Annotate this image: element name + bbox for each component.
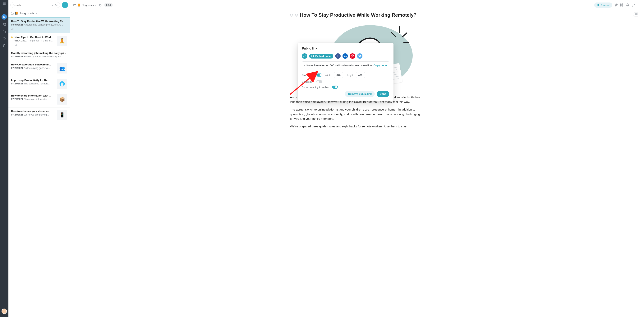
- expand-icon[interactable]: [631, 4, 635, 7]
- svg-point-10: [16, 44, 17, 45]
- notes-list-panel: 📙 Blog posts ▾ How To Stay Productive Wh…: [8, 0, 70, 317]
- trash-icon[interactable]: [2, 44, 6, 47]
- new-note-button[interactable]: [62, 2, 68, 8]
- folder-outline-icon: [73, 4, 76, 6]
- breadcrumb[interactable]: 📙 Blog posts ▾: [73, 4, 96, 7]
- status-circle-icon[interactable]: [290, 14, 293, 17]
- svg-point-23: [290, 14, 293, 16]
- tag-chip[interactable]: blog: [104, 3, 113, 7]
- emoji-picker-icon[interactable]: [295, 14, 298, 17]
- height-input[interactable]: 400: [356, 72, 365, 78]
- nav-rail: D: [0, 0, 8, 317]
- bell-icon[interactable]: [626, 4, 630, 7]
- embed-code-field[interactable]: <iframe frameborder="0" webkitallowfulls…: [302, 61, 389, 69]
- paragraph: We've prepared three golden rules and ei…: [290, 124, 424, 129]
- facebook-share-button[interactable]: [335, 53, 340, 59]
- svg-point-5: [56, 4, 57, 6]
- show-branding-label: Show branding in embed: [302, 86, 330, 89]
- note-title: Morally rewarding job: making the daily …: [11, 52, 67, 55]
- embed-code-tab[interactable]: Embed code: [309, 54, 333, 59]
- fixed-size-toggle[interactable]: [316, 74, 322, 77]
- note-meta: 07/27/2021The pandemic has forc...: [11, 82, 55, 85]
- svg-rect-27: [344, 56, 344, 57]
- svg-rect-1: [4, 24, 6, 24]
- fixed-size-label: Fixed size: [302, 74, 314, 77]
- copy-code-button[interactable]: Copy code: [374, 64, 387, 67]
- folder-icon[interactable]: [2, 30, 6, 33]
- widgets-icon[interactable]: [620, 4, 624, 7]
- doc-menu-button[interactable]: [633, 12, 640, 17]
- paragraph: The abrupt switch to online platforms an…: [290, 107, 424, 121]
- linkedin-share-button[interactable]: [342, 53, 348, 59]
- svg-point-6: [12, 29, 12, 30]
- note-meta: 08/04/2021According to various pre-2020 …: [11, 24, 67, 26]
- note-title: Improving Productivity for Re...: [11, 79, 55, 82]
- svg-point-8: [13, 30, 13, 30]
- note-card[interactable]: How to enhance your visual co... 07/27/2…: [8, 107, 70, 123]
- shared-button[interactable]: Shared: [594, 3, 612, 8]
- note-title: How To Stay Productive While Working Re.…: [11, 20, 67, 23]
- svg-point-9: [15, 45, 16, 46]
- note-card[interactable]: Morally rewarding job: making the daily …: [8, 49, 70, 61]
- show-branding-toggle[interactable]: [332, 86, 338, 89]
- tag-icon[interactable]: [2, 37, 6, 40]
- menu-icon[interactable]: [2, 2, 6, 5]
- notes-list: How To Stay Productive While Working Re.…: [8, 17, 70, 317]
- note-card[interactable]: How To Stay Productive While Working Re.…: [8, 17, 70, 33]
- note-card[interactable]: How to share information with ... 07/27/…: [8, 92, 70, 107]
- note-thumbnail: 🌐: [57, 79, 67, 89]
- svg-point-12: [99, 4, 100, 5]
- document-title[interactable]: How To Stay Productive While Working Rem…: [300, 12, 416, 18]
- filter-icon[interactable]: [51, 4, 54, 6]
- breadcrumb-folder: Blog posts: [82, 4, 94, 7]
- copy-link-button[interactable]: [302, 53, 307, 59]
- folder-emoji-icon: 📙: [77, 4, 80, 7]
- svg-rect-2: [3, 25, 4, 26]
- folder-emoji-icon: 📙: [15, 12, 18, 15]
- note-title: How to share information with ...: [11, 94, 55, 97]
- remove-public-link-button[interactable]: Remove public link: [345, 91, 375, 97]
- note-card[interactable]: How Collaboration Software Im... 07/27/2…: [8, 61, 70, 76]
- svg-point-22: [640, 5, 640, 5]
- user-avatar[interactable]: [2, 308, 7, 314]
- note-thumbnail: 📦: [57, 94, 67, 105]
- enable-password-toggle[interactable]: [316, 80, 322, 83]
- svg-point-20: [638, 5, 638, 5]
- height-label: Height: [346, 74, 353, 77]
- width-label: Width: [325, 74, 331, 77]
- svg-point-21: [639, 5, 639, 5]
- note-card[interactable]: Improving Productivity for Re... 07/27/2…: [8, 76, 70, 92]
- svg-point-13: [597, 5, 598, 5]
- attachment-icon[interactable]: [614, 4, 618, 7]
- folder-heading[interactable]: 📙 Blog posts ▾: [8, 10, 70, 17]
- share-icon: [11, 28, 67, 31]
- search-input[interactable]: [12, 4, 50, 7]
- share-icon: [597, 4, 600, 6]
- chevron-down-icon: ▾: [95, 4, 96, 6]
- note-title: How Collaboration Software Im...: [11, 63, 55, 66]
- width-input[interactable]: 640: [334, 72, 343, 78]
- chevron-down-icon: ▾: [36, 12, 37, 15]
- note-title: How to enhance your visual co...: [11, 110, 55, 113]
- svg-point-11: [16, 46, 17, 46]
- shared-label: Shared: [601, 4, 610, 7]
- tag-outline-icon[interactable]: [99, 4, 102, 7]
- svg-rect-3: [4, 25, 6, 26]
- search-field[interactable]: [10, 2, 60, 8]
- note-thumbnail: 📱: [57, 110, 67, 120]
- folder-outline-icon: [11, 12, 14, 15]
- status-dot-icon: [11, 37, 13, 38]
- more-icon[interactable]: [637, 5, 641, 5]
- twitter-share-button[interactable]: [357, 53, 362, 59]
- note-title: Nine Tips to Get Back to Work ...: [14, 36, 55, 39]
- workspace-avatar[interactable]: D: [2, 14, 7, 20]
- note-meta: 07/27/2021While you are playing ...: [11, 113, 55, 116]
- search-icon[interactable]: [55, 4, 58, 6]
- pinterest-share-button[interactable]: [350, 53, 355, 59]
- done-button[interactable]: Done: [376, 91, 389, 97]
- note-card[interactable]: Nine Tips to Get Back to Work ... 08/04/…: [8, 33, 70, 49]
- svg-point-24: [295, 14, 298, 16]
- svg-rect-18: [620, 5, 622, 6]
- document-body: How To Stay Productive While Working Rem…: [70, 10, 644, 317]
- grid-icon[interactable]: [2, 23, 6, 27]
